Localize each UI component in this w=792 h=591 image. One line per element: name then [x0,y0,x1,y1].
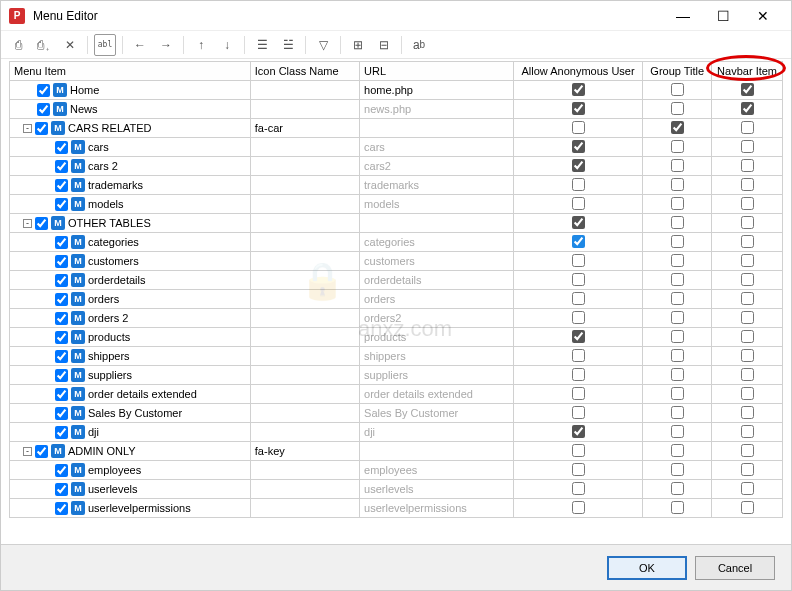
cell-navbar-item[interactable] [712,138,783,157]
cell-navbar-item[interactable] [712,480,783,499]
cell-allow-anon[interactable] [513,423,643,442]
col-icon-class[interactable]: Icon Class Name [250,62,359,81]
cell-group-title[interactable] [643,404,712,423]
cell-icon-class[interactable] [250,138,359,157]
cell-url[interactable]: customers [360,252,514,271]
navbar-checkbox[interactable] [741,121,754,134]
table-row[interactable]: Morderdetailsorderdetails [10,271,783,290]
anon-checkbox[interactable] [572,311,585,324]
anon-checkbox[interactable] [572,159,585,172]
table-row[interactable]: Morders 2orders2 [10,309,783,328]
cell-icon-class[interactable]: fa-car [250,119,359,138]
cell-navbar-item[interactable] [712,195,783,214]
table-row[interactable]: Muserlevelsuserlevels [10,480,783,499]
cell-allow-anon[interactable] [513,290,643,309]
anon-checkbox[interactable] [572,102,585,115]
navbar-checkbox[interactable] [741,349,754,362]
cell-navbar-item[interactable] [712,385,783,404]
table-row[interactable]: Mtrademarkstrademarks [10,176,783,195]
toolbar-expand-icon[interactable]: ⊞ [347,34,369,56]
cell-url[interactable]: news.php [360,100,514,119]
cell-icon-class[interactable] [250,252,359,271]
row-select-checkbox[interactable] [55,369,68,382]
anon-checkbox[interactable] [572,83,585,96]
cell-allow-anon[interactable] [513,499,643,518]
cell-group-title[interactable] [643,214,712,233]
navbar-checkbox[interactable] [741,425,754,438]
cell-allow-anon[interactable] [513,442,643,461]
cell-url[interactable] [360,214,514,233]
cell-navbar-item[interactable] [712,309,783,328]
cell-url[interactable]: home.php [360,81,514,100]
cell-allow-anon[interactable] [513,309,643,328]
table-row[interactable]: Mcarscars [10,138,783,157]
navbar-checkbox[interactable] [741,102,754,115]
row-select-checkbox[interactable] [35,122,48,135]
cell-allow-anon[interactable] [513,138,643,157]
navbar-checkbox[interactable] [741,501,754,514]
cell-menu-item[interactable]: Mcars [10,138,251,157]
cell-menu-item[interactable]: Mshippers [10,347,251,366]
cell-icon-class[interactable] [250,423,359,442]
cell-navbar-item[interactable] [712,81,783,100]
group-checkbox[interactable] [671,463,684,476]
cell-group-title[interactable] [643,233,712,252]
cell-navbar-item[interactable] [712,366,783,385]
cell-icon-class[interactable] [250,480,359,499]
cell-menu-item[interactable]: Muserlevels [10,480,251,499]
cell-menu-item[interactable]: Mcategories [10,233,251,252]
row-select-checkbox[interactable] [37,84,50,97]
navbar-checkbox[interactable] [741,83,754,96]
table-row[interactable]: Mproductsproducts [10,328,783,347]
navbar-checkbox[interactable] [741,216,754,229]
cell-url[interactable]: orderdetails [360,271,514,290]
group-checkbox[interactable] [671,83,684,96]
table-row[interactable]: Memployeesemployees [10,461,783,480]
cell-allow-anon[interactable] [513,366,643,385]
cell-menu-item[interactable]: -MOTHER TABLES [10,214,251,233]
cell-group-title[interactable] [643,461,712,480]
cell-menu-item[interactable]: Mdji [10,423,251,442]
row-select-checkbox[interactable] [55,312,68,325]
cell-url[interactable]: cars [360,138,514,157]
cell-icon-class[interactable] [250,195,359,214]
cell-menu-item[interactable]: Morderdetails [10,271,251,290]
toolbar-filter-icon[interactable]: ☱ [277,34,299,56]
anon-checkbox[interactable] [572,197,585,210]
cell-group-title[interactable] [643,195,712,214]
anon-checkbox[interactable] [572,273,585,286]
cell-menu-item[interactable]: MHome [10,81,251,100]
navbar-checkbox[interactable] [741,387,754,400]
group-checkbox[interactable] [671,368,684,381]
navbar-checkbox[interactable] [741,406,754,419]
navbar-checkbox[interactable] [741,197,754,210]
group-checkbox[interactable] [671,330,684,343]
cell-navbar-item[interactable] [712,499,783,518]
cell-group-title[interactable] [643,271,712,290]
row-select-checkbox[interactable] [35,445,48,458]
group-checkbox[interactable] [671,501,684,514]
cell-group-title[interactable] [643,366,712,385]
group-checkbox[interactable] [671,273,684,286]
table-row[interactable]: Mdjidji [10,423,783,442]
cell-icon-class[interactable] [250,176,359,195]
cell-icon-class[interactable] [250,100,359,119]
cell-group-title[interactable] [643,309,712,328]
group-checkbox[interactable] [671,406,684,419]
cell-group-title[interactable] [643,157,712,176]
navbar-checkbox[interactable] [741,368,754,381]
table-row[interactable]: Morder details extendedorder details ext… [10,385,783,404]
table-row[interactable]: Muserlevelpermissionsuserlevelpermission… [10,499,783,518]
cell-icon-class[interactable] [250,309,359,328]
toolbar-refresh-icon[interactable]: ab [408,34,430,56]
cell-group-title[interactable] [643,328,712,347]
cell-group-title[interactable] [643,385,712,404]
cell-menu-item[interactable]: -MCARS RELATED [10,119,251,138]
cell-group-title[interactable] [643,252,712,271]
cell-menu-item[interactable]: MNews [10,100,251,119]
navbar-checkbox[interactable] [741,159,754,172]
expand-toggle-icon[interactable]: - [23,447,32,456]
anon-checkbox[interactable] [572,444,585,457]
table-row[interactable]: -MADMIN ONLYfa-key [10,442,783,461]
row-select-checkbox[interactable] [35,217,48,230]
